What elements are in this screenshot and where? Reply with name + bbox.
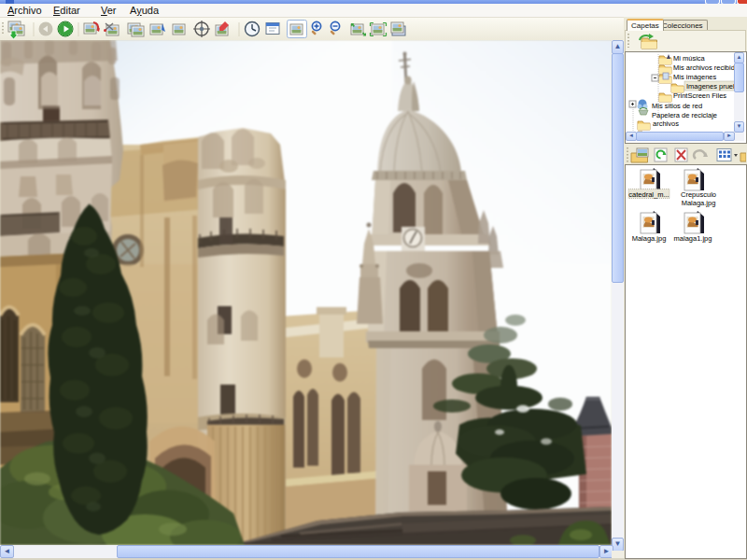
svg-text:Mi música: Mi música	[673, 54, 706, 63]
svg-text:archivos: archivos	[653, 119, 679, 128]
svg-text:Malaga.jpg: Malaga.jpg	[632, 234, 667, 243]
svg-text:malaga1.jpg: malaga1.jpg	[674, 234, 712, 243]
svg-text:catedral_m...: catedral_m...	[628, 190, 669, 199]
svg-text:Mis sitios de red: Mis sitios de red	[652, 102, 702, 110]
svg-text:PrintScreen Files: PrintScreen Files	[673, 91, 726, 100]
svg-text:Malaga.jpg: Malaga.jpg	[682, 199, 716, 207]
svg-text:Mis archivos recibidos: Mis archivos recibidos	[673, 63, 742, 72]
svg-text:Papelera de reciclaje: Papelera de reciclaje	[652, 111, 717, 119]
svg-text:Crepusculo: Crepusculo	[681, 190, 716, 199]
svg-text:Mis imágenes: Mis imágenes	[673, 73, 717, 81]
